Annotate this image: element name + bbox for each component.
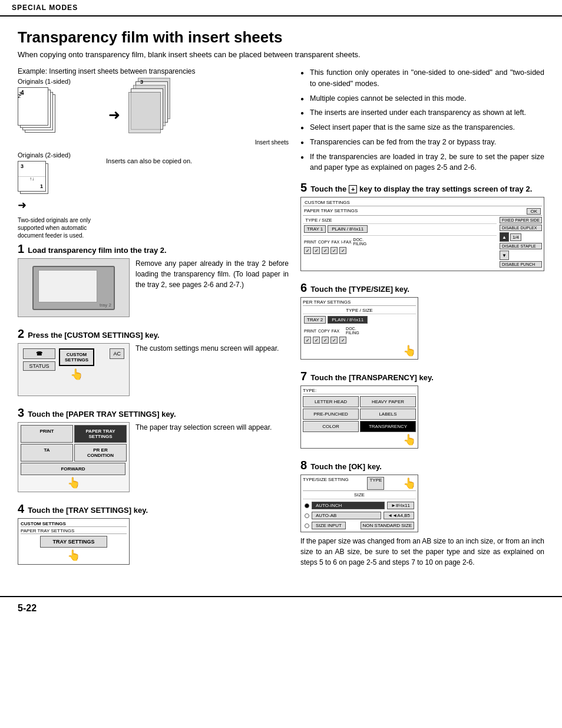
type-transparency[interactable]: TRANSPARENCY: [360, 421, 416, 432]
type-heavy: HEAVY PAPER: [360, 396, 416, 407]
originals-2sided-label: Originals (2-sided): [18, 151, 100, 159]
step-4-header: 4 Touch the [TRAY SETTINGS] key.: [18, 503, 289, 515]
step-8-screen: TYPE/SIZE SETTING TYPE 👆 SIZE AUTO-INCH …: [300, 475, 418, 532]
right-column: This function only operates in "one-side…: [300, 67, 544, 578]
step-6-title: Touch the [TYPE/SIZE] key.: [310, 285, 409, 294]
bullet-4: Select insert paper that is the same siz…: [300, 122, 544, 133]
special-modes-label: SPECIAL MODES: [12, 4, 78, 12]
step-4: 4 Touch the [TRAY SETTINGS] key. CUSTOM …: [18, 503, 289, 565]
step-2-body: ☎ STATUS CUSTOMSETTINGS 👆 AC The custom …: [18, 343, 289, 396]
two-sided-note: Two-sided originals are only supported w…: [18, 216, 100, 239]
output-stack: 3 Insert sheets: [128, 78, 289, 146]
step-8: 8 Touch the [OK] key. TYPE/SIZE SETTING …: [300, 459, 544, 568]
bullet-5: Transparencies can be fed from the tray …: [300, 137, 544, 148]
left-column: Example: Inserting insert sheets between…: [18, 67, 289, 578]
menu-print: PRINT: [21, 425, 73, 443]
example-label: Example: Inserting insert sheets between…: [18, 67, 289, 75]
step-4-image: CUSTOM SETTINGS PAPER TRAY SETTINGS TRAY…: [18, 518, 130, 565]
type-letterhead: LETTER HEAD: [303, 396, 359, 407]
step-6: 6 Touch the [TYPE/SIZE] key. PER TRAY SE…: [300, 282, 544, 360]
bullet-2: Multiple copies cannot be selected in th…: [300, 93, 544, 104]
step-8-desc: If the paper size was changed from an AB…: [300, 536, 544, 568]
paper-diagram: [38, 270, 97, 302]
step-7-header: 7 Touch the [TRANSPARENCY] key.: [300, 370, 544, 382]
step-3-desc: The paper tray selection screen will app…: [135, 422, 289, 492]
step-3-header: 3 Touch the [PAPER TRAY SETTINGS] key.: [18, 407, 289, 419]
step-5: 5 Touch the + key to display the tray se…: [300, 182, 544, 271]
step-6-header: 6 Touch the [TYPE/SIZE] key.: [300, 282, 544, 294]
type-labels: LABELS: [360, 409, 416, 420]
step-2-header: 2 Press the [CUSTOM SETTINGS] key.: [18, 328, 289, 340]
page-footer: 5-22: [0, 596, 562, 620]
step-3-num: 3: [18, 407, 24, 419]
step-2-title: Press the [CUSTOM SETTINGS] key.: [28, 331, 159, 340]
step-1-image: tray 2: [18, 258, 130, 317]
main-content: Transparency film with insert sheets Whe…: [0, 17, 562, 590]
step-6-screen: PER TRAY SETTINGS TYPE / SIZE TRAY 2 PLA…: [300, 297, 418, 360]
step-7-screen: TYPE: LETTER HEAD HEAVY PAPER PRE-PUNCHE…: [300, 386, 418, 449]
diagram-bottom: Originals (2-sided) 3 1 ↑↓ ➜ Two-sided: [18, 151, 289, 239]
page-title: Transparency film with insert sheets: [18, 28, 544, 47]
step-1-num: 1: [18, 243, 24, 255]
type-color: COLOR: [303, 421, 359, 432]
step-3-body: PRINT PAPER TRAYSETTINGS TA PR ERCONDITI…: [18, 422, 289, 492]
step-3-title: Touch the [PAPER TRAY SETTINGS] key.: [28, 410, 176, 419]
subtitle: When copying onto transparency film, bla…: [18, 50, 544, 59]
insert-sheets-label: Insert sheets: [128, 139, 289, 146]
step-1-body: tray 2 Remove any paper already in the t…: [18, 258, 289, 317]
step-4-num: 4: [18, 503, 24, 515]
top-bar: SPECIAL MODES: [0, 0, 562, 17]
bullet-list: This function only operates in "one-side…: [300, 67, 544, 173]
bullet-1: This function only operates in "one-side…: [300, 67, 544, 90]
type-prepunched: PRE-PUNCHED: [303, 409, 359, 420]
menu-forward: FORWARD: [21, 463, 125, 475]
two-column-layout: Example: Inserting insert sheets between…: [18, 67, 544, 578]
menu-paper-tray: PAPER TRAYSETTINGS: [74, 425, 127, 443]
step-7-title: Touch the [TRANSPARENCY] key.: [310, 373, 434, 382]
step-8-header: 8 Touch the [OK] key.: [300, 459, 544, 471]
step-2-image: ☎ STATUS CUSTOMSETTINGS 👆 AC: [18, 343, 130, 396]
step-2-desc: The custom settings menu screen will app…: [135, 343, 289, 396]
step-4-title: Touch the [TRAY SETTINGS] key.: [28, 506, 148, 515]
step-4-body: CUSTOM SETTINGS PAPER TRAY SETTINGS TRAY…: [18, 518, 289, 565]
step-2: 2 Press the [CUSTOM SETTINGS] key. ☎ STA…: [18, 328, 289, 396]
menu-printer-condition: PR ERCONDITION: [74, 444, 127, 462]
step-1-title: Load transparency film into the tray 2.: [28, 246, 167, 255]
step-5-screen: CUSTOM SETTINGS PAPER TRAY SETTINGS OK T…: [300, 197, 544, 271]
menu-ta: TA: [21, 444, 73, 462]
step-1-header: 1 Load transparency film into the tray 2…: [18, 243, 289, 255]
step-5-title: Touch the + key to display the tray sett…: [310, 185, 532, 193]
menu-grid: PRINT PAPER TRAYSETTINGS TA PR ERCONDITI…: [21, 425, 127, 462]
originals-box: Originals (1-sided) 4 3 2: [18, 78, 100, 146]
step-7-num: 7: [300, 370, 307, 382]
step-5-num: 5: [300, 182, 307, 193]
tray-diagram: tray 2: [32, 266, 115, 310]
step-5-header: 5 Touch the + key to display the tray se…: [300, 182, 544, 193]
diagram-area: Originals (1-sided) 4 3 2 ➜: [18, 78, 289, 146]
bullet-3: The inserts are inserted under each tran…: [300, 107, 544, 118]
step-2-num: 2: [18, 328, 24, 340]
bullet-6: If the transparencies are loaded in tray…: [300, 151, 544, 174]
step-8-num: 8: [300, 459, 307, 471]
step-1: 1 Load transparency film into the tray 2…: [18, 243, 289, 317]
originals-2sided-box: Originals (2-sided) 3 1 ↑↓ ➜ Two-sided: [18, 151, 100, 239]
step-6-num: 6: [300, 282, 307, 294]
type-button-grid: LETTER HEAD HEAVY PAPER PRE-PUNCHED LABE…: [303, 396, 416, 432]
step-7: 7 Touch the [TRANSPARENCY] key. TYPE: LE…: [300, 370, 544, 449]
arrow-to-output: ➜: [106, 84, 123, 146]
step-3: 3 Touch the [PAPER TRAY SETTINGS] key. P…: [18, 407, 289, 492]
step-8-title: Touch the [OK] key.: [310, 462, 382, 471]
step-3-image: PRINT PAPER TRAYSETTINGS TA PR ERCONDITI…: [18, 422, 130, 492]
originals-1sided-label: Originals (1-sided): [18, 78, 100, 85]
step-1-desc: Remove any paper already in the tray 2 b…: [135, 258, 289, 317]
inserts-note: Inserts can also be copied on.: [106, 151, 200, 239]
page-number: 5-22: [18, 603, 37, 613]
